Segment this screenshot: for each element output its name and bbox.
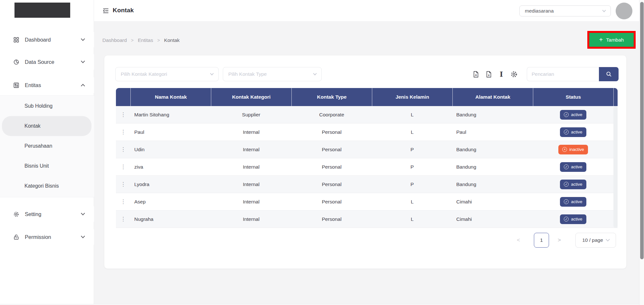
row-cell-gender: P — [372, 158, 452, 175]
row-cell-kategori: Internal — [211, 193, 291, 210]
chevron-down-icon — [81, 211, 85, 215]
sidebar-item-label: Permission — [25, 234, 76, 240]
table-header-cell: Status — [533, 88, 613, 106]
row-cell-name: Martin Sitohang — [130, 106, 211, 123]
file-pdf-icon[interactable]: A — [471, 70, 480, 79]
pagination-next-button[interactable]: > — [554, 233, 564, 248]
check-circle-icon: ✓ — [564, 217, 569, 221]
row-cell-handle: ⋮ — [116, 106, 130, 123]
row-cell-gender: P — [372, 141, 452, 158]
sidebar-item-permission[interactable]: Permission — [0, 229, 94, 245]
status-badge: ✓active — [560, 110, 586, 120]
breadcrumb-separator: > — [131, 38, 134, 43]
drag-handle-icon[interactable]: ⋮ — [120, 199, 126, 204]
row-cell-alamat: Bandung — [452, 158, 533, 175]
table-header-cell: Alamat Kontak — [452, 88, 533, 106]
search-input[interactable] — [527, 67, 599, 81]
row-cell-gender: L — [372, 123, 452, 141]
row-cell-status: ✓active — [533, 176, 613, 193]
row-cell-alamat: Bandung — [452, 176, 533, 193]
sidebar-item-entitas[interactable]: Entitas — [0, 77, 94, 93]
drag-handle-icon[interactable]: ⋮ — [120, 182, 126, 187]
row-cell-alamat: Bandung — [452, 106, 533, 123]
row-cell-type: Personal — [291, 193, 372, 210]
row-cell-type: Personal — [291, 123, 372, 141]
filter-kontak-type-select[interactable]: Pilih Kontak Type — [223, 67, 322, 81]
table-row: ⋮zivaInternalPersonalPBandung✓active — [116, 158, 618, 176]
row-cell-kategori: Internal — [211, 176, 291, 193]
row-cell-handle: ⋮ — [116, 193, 130, 210]
sidebar-item-dashboard[interactable]: Dashboard — [0, 32, 94, 47]
table-header-cell: Kontak Type — [291, 88, 372, 106]
svg-text:x: x — [488, 74, 490, 77]
status-badge: ✓active — [560, 180, 586, 189]
sidebar-item-data-source[interactable]: Data Source — [0, 54, 94, 70]
plus-icon: + — [599, 36, 603, 43]
row-cell-name: ziva — [130, 158, 211, 175]
breadcrumb-separator: > — [157, 38, 160, 43]
sidebar-subitem-kategori-bisnis[interactable]: Kategori Bisnis — [2, 176, 91, 196]
chevron-down-icon — [81, 37, 85, 41]
app-window: DashboardData SourceEntitasSettingPermis… — [0, 0, 644, 305]
x-circle-icon: × — [562, 147, 567, 152]
scrollbar-thumb[interactable] — [640, 2, 644, 259]
row-cell-type: Personal — [291, 211, 372, 228]
row-cell-gender: L — [372, 106, 452, 123]
drag-handle-icon[interactable]: ⋮ — [120, 216, 126, 222]
breadcrumb-item-entitas[interactable]: Entitas — [138, 37, 153, 43]
table-header-handle-cell — [116, 88, 130, 106]
dashboard-icon — [13, 36, 19, 43]
status-badge: ✓active — [560, 214, 586, 224]
status-badge-label: active — [571, 112, 582, 117]
row-cell-name: Lyodra — [130, 176, 211, 193]
topbar: Kontak mediasarana — [94, 0, 644, 22]
table-header-cell: Kontak Kategori — [211, 88, 291, 106]
main-area: Kontak mediasarana Dashboard>Entitas>Kon… — [94, 0, 644, 305]
sidebar-subitem-perusahaan[interactable]: Perusahaan — [2, 136, 91, 156]
filter-kontak-kategori-select[interactable]: Pilih Kontak Kategori — [115, 67, 219, 81]
svg-text:A: A — [475, 74, 477, 77]
row-cell-status: ✓active — [533, 211, 613, 228]
drag-handle-icon[interactable]: ⋮ — [120, 129, 126, 135]
drag-handle-icon[interactable]: ⋮ — [120, 147, 126, 152]
sidebar-item-setting[interactable]: Setting — [0, 206, 94, 222]
row-cell-gender: L — [372, 193, 452, 210]
row-cell-status: ✓active — [533, 106, 613, 123]
row-cell-name: Udin — [130, 141, 211, 158]
row-cell-type: Personal — [291, 176, 372, 193]
menu-fold-icon[interactable] — [102, 7, 109, 14]
status-badge-label: active — [571, 199, 582, 204]
sidebar-subitem-bisnis-unit[interactable]: Bisnis Unit — [2, 156, 91, 176]
annotation-highlight: + Tambah — [587, 31, 636, 49]
breadcrumb-item-dashboard[interactable]: Dashboard — [102, 37, 127, 43]
sidebar-subitem-kontak[interactable]: Kontak — [2, 116, 91, 136]
pagination-page-1[interactable]: 1 — [534, 233, 549, 248]
tambah-button[interactable]: + Tambah — [589, 33, 634, 47]
column-height-icon[interactable]: I — [497, 70, 506, 79]
chevron-down-icon — [210, 72, 213, 75]
pagination-page-size-select[interactable]: 10 / page — [575, 233, 616, 248]
workspace-select[interactable]: mediasarana — [519, 5, 611, 16]
pagination-prev-button[interactable]: < — [514, 233, 523, 248]
row-cell-handle: ⋮ — [116, 211, 130, 228]
row-cell-handle: ⋮ — [116, 176, 130, 193]
kontak-table: Nama KontakKontak KategoriKontak TypeJen… — [116, 88, 618, 228]
file-excel-icon[interactable]: x — [484, 70, 493, 79]
drag-handle-icon[interactable]: ⋮ — [120, 112, 126, 117]
workspace-select-value: mediasarana — [525, 8, 554, 14]
search-button[interactable] — [599, 67, 619, 81]
table-row: ⋮AsepInternalPersonalLCimahi✓active — [116, 193, 618, 211]
row-cell-kategori: Internal — [211, 211, 291, 228]
sidebar-subitem-sub-holding[interactable]: Sub Holding — [2, 96, 91, 116]
gear-icon[interactable] — [509, 70, 518, 79]
row-cell-alamat: Paul — [452, 123, 533, 141]
row-cell-type: Personal — [291, 158, 372, 175]
row-cell-name: Asep — [130, 193, 211, 210]
drag-handle-icon[interactable]: ⋮ — [120, 164, 126, 170]
status-badge: ✓active — [560, 127, 586, 137]
table-scrollbar-track[interactable] — [613, 106, 618, 228]
window-scrollbar[interactable] — [639, 0, 644, 305]
avatar[interactable] — [616, 3, 632, 19]
row-cell-name: Paul — [130, 123, 211, 141]
table-header-gutter-cell — [613, 88, 618, 106]
